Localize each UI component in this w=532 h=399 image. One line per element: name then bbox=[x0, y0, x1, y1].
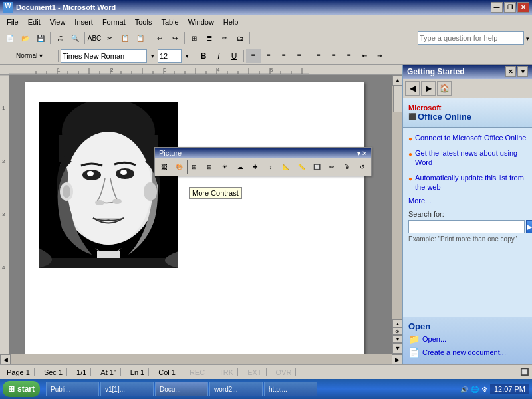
italic-button[interactable]: I bbox=[211, 49, 226, 63]
menu-format[interactable]: Format bbox=[98, 17, 130, 27]
help-dropdown-icon[interactable]: ▾ bbox=[526, 35, 529, 42]
pic-reset-btn[interactable]: ↺ bbox=[355, 160, 370, 174]
pic-format-btn[interactable]: ✏ bbox=[325, 160, 339, 174]
status-bar: Page 1 Sec 1 1/1 At 1" Ln 1 Col 1 REC TR… bbox=[0, 364, 532, 379]
svg-point-50 bbox=[112, 199, 122, 204]
font-name-dropdown[interactable]: ▾ bbox=[148, 49, 157, 63]
office-product: Office Online bbox=[418, 112, 471, 122]
menu-help[interactable]: Help bbox=[219, 17, 243, 27]
pic-text-wrap-btn[interactable]: 🔲 bbox=[309, 160, 324, 174]
taskbar-item-1[interactable]: v1[1]... bbox=[100, 382, 154, 396]
picture-toolbar-close[interactable]: ✕ bbox=[362, 150, 367, 157]
new-button[interactable]: 📄 bbox=[3, 31, 17, 45]
vscroll-down-button[interactable]: ▼ bbox=[392, 343, 402, 354]
preview-button[interactable]: 🔍 bbox=[68, 31, 82, 45]
bold-button[interactable]: B bbox=[196, 49, 211, 63]
taskbar-item-0[interactable]: Publi... bbox=[46, 382, 99, 396]
pic-less-contrast-btn[interactable]: ⊟ bbox=[202, 160, 217, 174]
hscroll-left-button[interactable]: ◀ bbox=[0, 354, 11, 365]
underline-button[interactable]: U bbox=[227, 49, 241, 63]
taskbar-item-4[interactable]: http:... bbox=[264, 382, 317, 396]
taskbar-item-3[interactable]: word2... bbox=[209, 382, 263, 396]
new-doc-link[interactable]: 📄 Create a new document... bbox=[408, 347, 527, 358]
font-size-input[interactable] bbox=[158, 49, 182, 63]
restore-button[interactable]: ❐ bbox=[504, 2, 516, 13]
search-input[interactable] bbox=[408, 220, 525, 233]
menu-edit[interactable]: Edit bbox=[24, 17, 45, 27]
menu-window[interactable]: Window bbox=[184, 17, 218, 27]
hscroll-right-button[interactable]: ▶ bbox=[392, 354, 402, 365]
menu-table[interactable]: Table bbox=[157, 17, 182, 27]
pic-insert-btn[interactable]: 🖼 bbox=[156, 160, 171, 174]
undo-button[interactable]: ↩ bbox=[152, 31, 167, 45]
line-spacing-button[interactable]: ≡ bbox=[311, 49, 326, 63]
drawing-button[interactable]: ✏ bbox=[217, 31, 232, 45]
panel-nav-home[interactable]: 🏠 bbox=[437, 81, 452, 96]
pic-line-style-btn[interactable]: 📐 bbox=[279, 160, 293, 174]
vscroll-thumb[interactable] bbox=[393, 86, 402, 112]
hscroll-track[interactable] bbox=[11, 354, 392, 365]
paste-button[interactable]: 📋 bbox=[133, 31, 148, 45]
print-button[interactable]: 🖨 bbox=[53, 31, 67, 45]
font-size-dropdown[interactable]: ▾ bbox=[182, 49, 192, 63]
pic-transparent-btn[interactable]: 🖱 bbox=[340, 160, 354, 174]
docmap-button[interactable]: 🗂 bbox=[233, 31, 247, 45]
minimize-button[interactable]: — bbox=[491, 2, 503, 13]
pic-less-bright-btn[interactable]: ☁ bbox=[233, 160, 247, 174]
vscroll-track[interactable] bbox=[392, 86, 402, 319]
panel-close-button[interactable]: ✕ bbox=[505, 66, 516, 77]
spell-button[interactable]: ABC bbox=[87, 31, 102, 45]
open-link[interactable]: 📁 Open... bbox=[408, 334, 527, 344]
cut-button[interactable]: ✂ bbox=[102, 31, 117, 45]
search-go-button[interactable]: ▶ bbox=[526, 220, 532, 233]
taskbar-item-2[interactable]: Docu... bbox=[155, 382, 208, 396]
align-right-button[interactable]: ≡ bbox=[277, 49, 291, 63]
picture-toolbar-collapse[interactable]: ▾ bbox=[357, 150, 360, 157]
redo-button[interactable]: ↪ bbox=[168, 31, 182, 45]
panel-link-1[interactable]: ● Connect to Microsoft Office Online bbox=[408, 133, 527, 143]
vscroll-page-btn[interactable]: ⊙ bbox=[392, 327, 403, 335]
start-button[interactable]: ⊞ start bbox=[3, 381, 40, 397]
save-button[interactable]: 💾 bbox=[33, 31, 48, 45]
columns-button[interactable]: ≣ bbox=[202, 31, 217, 45]
font-name-input[interactable] bbox=[61, 49, 147, 63]
document-image[interactable] bbox=[39, 102, 178, 268]
panel-link-3[interactable]: ● Automatically update this list from th… bbox=[408, 173, 527, 192]
window-title: Document1 - Microsoft Word bbox=[16, 3, 116, 11]
table-button[interactable]: ⊞ bbox=[187, 31, 201, 45]
panel-link-2[interactable]: ● Get the latest news about using Word bbox=[408, 148, 527, 168]
justify-button[interactable]: ≡ bbox=[292, 49, 307, 63]
document-scroll-area[interactable]: Picture ▾ ✕ 🖼 🎨 ⊞ ⊟ ☀ ☁ bbox=[9, 75, 392, 354]
pic-compress-btn[interactable]: 📏 bbox=[294, 160, 309, 174]
menu-tools[interactable]: Tools bbox=[131, 17, 156, 27]
style-dropdown[interactable]: Normal ▾ bbox=[3, 49, 56, 63]
menu-file[interactable]: File bbox=[3, 17, 23, 27]
pic-more-bright-btn[interactable]: ☀ bbox=[217, 160, 232, 174]
vscroll-next-btn[interactable]: ▾ bbox=[392, 335, 403, 343]
vscroll-prev-btn[interactable]: ▴ bbox=[392, 319, 403, 327]
panel-nav-forward[interactable]: ▶ bbox=[421, 81, 436, 96]
copy-button[interactable]: 📋 bbox=[118, 31, 132, 45]
align-center-button[interactable]: ≡ bbox=[261, 49, 276, 63]
increase-indent-button[interactable]: ⇥ bbox=[372, 49, 387, 63]
pic-color-btn[interactable]: 🎨 bbox=[172, 160, 186, 174]
svg-point-47 bbox=[87, 171, 94, 176]
pic-more-contrast-btn[interactable]: ⊞ bbox=[187, 160, 201, 174]
close-button[interactable]: ✕ bbox=[517, 2, 529, 13]
help-input[interactable] bbox=[418, 31, 524, 45]
bullets-button[interactable]: ≡ bbox=[327, 49, 341, 63]
menu-view[interactable]: View bbox=[46, 17, 70, 27]
numbering-button[interactable]: ≡ bbox=[342, 49, 356, 63]
more-link[interactable]: More... bbox=[408, 197, 527, 205]
open-button[interactable]: 📂 bbox=[18, 31, 33, 45]
decrease-indent-button[interactable]: ⇤ bbox=[357, 49, 372, 63]
panel-nav-back[interactable]: ◀ bbox=[405, 81, 420, 96]
vscroll-up-button[interactable]: ▲ bbox=[392, 75, 402, 86]
toolbar-row-1: 📄 📂 💾 🖨 🔍 ABC ✂ 📋 📋 ↩ ↪ ⊞ ≣ ✏ 🗂 ▾ bbox=[0, 29, 532, 47]
pic-rotate-btn[interactable]: ↕ bbox=[263, 160, 278, 174]
menu-insert[interactable]: Insert bbox=[70, 17, 97, 27]
pic-crop-btn[interactable]: ✚ bbox=[248, 160, 263, 174]
align-left-button[interactable]: ≡ bbox=[246, 49, 261, 63]
bullet-icon-3: ● bbox=[408, 174, 412, 183]
panel-dropdown-button[interactable]: ▾ bbox=[517, 66, 528, 77]
